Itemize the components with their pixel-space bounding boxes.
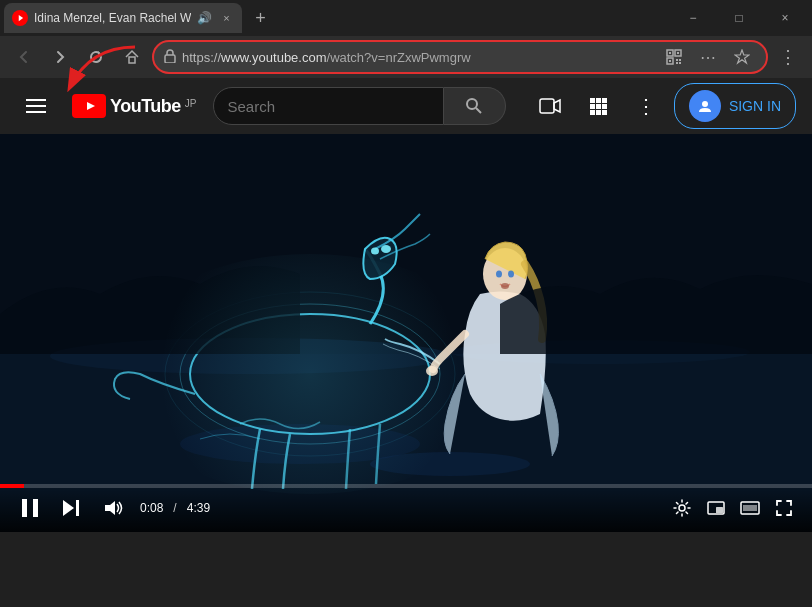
new-tab-button[interactable]: + xyxy=(246,4,274,32)
qr-code-button[interactable] xyxy=(660,43,688,71)
sign-in-button[interactable]: SIGN IN xyxy=(674,83,796,129)
apps-grid-button[interactable] xyxy=(578,86,618,126)
svg-rect-24 xyxy=(602,98,607,103)
close-button[interactable]: × xyxy=(762,0,808,36)
tab-title: Idina Menzel, Evan Rachel W xyxy=(34,11,191,25)
svg-point-46 xyxy=(501,283,509,289)
svg-rect-21 xyxy=(540,99,554,113)
svg-rect-13 xyxy=(676,62,678,64)
total-time: 4:39 xyxy=(187,501,210,515)
address-text: https://www.youtube.com/watch?v=nrZxwPwm… xyxy=(182,50,654,65)
tab-bar: Idina Menzel, Evan Rachel W 🔊 × + − □ × xyxy=(0,0,812,36)
header-right-controls: ⋮ SIGN IN xyxy=(530,83,796,129)
sign-in-label: SIGN IN xyxy=(729,98,781,114)
video-scene xyxy=(0,134,812,532)
svg-rect-55 xyxy=(716,507,723,513)
svg-marker-51 xyxy=(63,500,74,516)
svg-point-53 xyxy=(679,505,685,511)
svg-marker-1 xyxy=(19,15,23,21)
svg-rect-17 xyxy=(26,111,46,113)
svg-rect-3 xyxy=(129,57,135,63)
youtube-logo[interactable]: YouTube JP xyxy=(72,94,197,118)
svg-rect-11 xyxy=(676,59,678,61)
hamburger-menu-button[interactable] xyxy=(16,86,56,126)
youtube-header: YouTube JP ⋮ xyxy=(0,78,812,134)
svg-rect-10 xyxy=(669,60,671,62)
volume-button[interactable] xyxy=(98,492,130,524)
svg-point-45 xyxy=(508,271,514,278)
current-time: 0:08 xyxy=(140,501,163,515)
svg-point-31 xyxy=(702,101,708,107)
svg-line-20 xyxy=(476,108,481,113)
svg-rect-26 xyxy=(596,104,601,109)
svg-rect-14 xyxy=(679,62,681,64)
svg-rect-9 xyxy=(677,52,679,54)
search-input[interactable] xyxy=(228,98,429,115)
svg-rect-29 xyxy=(596,110,601,115)
security-icon xyxy=(164,49,176,66)
svg-point-48 xyxy=(110,254,510,494)
svg-point-39 xyxy=(381,245,391,253)
create-video-button[interactable] xyxy=(530,86,570,126)
home-button[interactable] xyxy=(116,41,148,73)
video-area[interactable]: 0:08 / 4:39 xyxy=(0,134,812,532)
svg-marker-2 xyxy=(98,51,101,55)
window-controls: − □ × xyxy=(670,0,808,36)
refresh-button[interactable] xyxy=(80,41,112,73)
bookmark-button[interactable] xyxy=(728,43,756,71)
svg-point-19 xyxy=(467,99,477,109)
search-button[interactable] xyxy=(444,87,506,125)
play-pause-button[interactable] xyxy=(14,492,46,524)
extensions-button[interactable]: ⋮ xyxy=(772,41,804,73)
search-input-wrap[interactable] xyxy=(213,87,444,125)
svg-rect-16 xyxy=(26,105,46,107)
miniplayer-button[interactable] xyxy=(702,494,730,522)
mute-icon[interactable]: 🔊 xyxy=(197,11,212,25)
video-background xyxy=(0,134,812,532)
youtube-logo-icon xyxy=(72,94,106,118)
active-tab[interactable]: Idina Menzel, Evan Rachel W 🔊 × xyxy=(4,3,242,33)
svg-rect-49 xyxy=(22,499,27,517)
svg-rect-52 xyxy=(76,500,79,516)
svg-rect-50 xyxy=(33,499,38,517)
forward-button[interactable] xyxy=(44,41,76,73)
tab-close-button[interactable]: × xyxy=(218,10,234,26)
browser-chrome: Idina Menzel, Evan Rachel W 🔊 × + − □ × xyxy=(0,0,812,78)
back-button[interactable] xyxy=(8,41,40,73)
svg-point-44 xyxy=(496,271,502,278)
svg-rect-28 xyxy=(590,110,595,115)
progress-fill xyxy=(0,484,24,488)
svg-point-40 xyxy=(371,248,379,255)
tab-favicon xyxy=(12,10,28,26)
minimize-button[interactable]: − xyxy=(670,0,716,36)
youtube-logo-suffix: JP xyxy=(185,98,197,109)
svg-rect-27 xyxy=(602,104,607,109)
avatar-icon xyxy=(689,90,721,122)
svg-rect-15 xyxy=(26,99,46,101)
svg-rect-8 xyxy=(669,52,671,54)
svg-rect-23 xyxy=(596,98,601,103)
svg-rect-25 xyxy=(590,104,595,109)
address-bar[interactable]: https://www.youtube.com/watch?v=nrZxwPwm… xyxy=(152,40,768,74)
youtube-logo-text: YouTube xyxy=(110,96,181,117)
time-separator: / xyxy=(173,501,176,515)
search-bar xyxy=(213,87,506,125)
svg-rect-30 xyxy=(602,110,607,115)
svg-rect-22 xyxy=(590,98,595,103)
address-bar-row: https://www.youtube.com/watch?v=nrZxwPwm… xyxy=(0,36,812,78)
fullscreen-button[interactable] xyxy=(770,494,798,522)
video-controls: 0:08 / 4:39 xyxy=(0,484,812,532)
maximize-button[interactable]: □ xyxy=(716,0,762,36)
controls-right xyxy=(668,494,798,522)
svg-rect-12 xyxy=(679,59,681,61)
next-button[interactable] xyxy=(56,492,88,524)
theater-mode-button[interactable] xyxy=(736,494,764,522)
svg-marker-18 xyxy=(87,102,95,110)
progress-bar[interactable] xyxy=(0,484,812,488)
browser-more-button[interactable]: ⋯ xyxy=(694,43,722,71)
more-options-button[interactable]: ⋮ xyxy=(626,86,666,126)
svg-rect-4 xyxy=(165,55,175,63)
settings-button[interactable] xyxy=(668,494,696,522)
svg-rect-57 xyxy=(743,505,757,511)
